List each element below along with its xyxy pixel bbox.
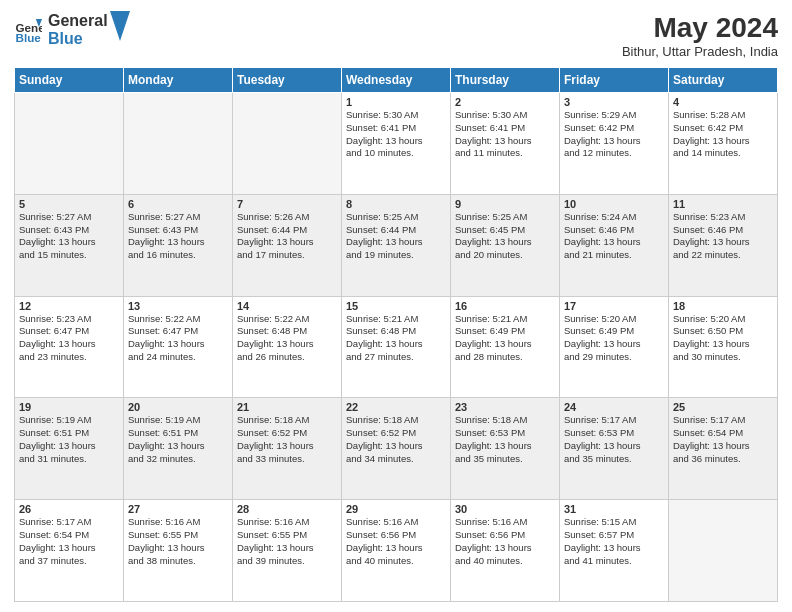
day-number: 2 xyxy=(455,96,555,108)
calendar-cell: 3Sunrise: 5:29 AM Sunset: 6:42 PM Daylig… xyxy=(560,93,669,195)
calendar-cell: 29Sunrise: 5:16 AM Sunset: 6:56 PM Dayli… xyxy=(342,500,451,602)
day-info: Sunrise: 5:24 AM Sunset: 6:46 PM Dayligh… xyxy=(564,211,664,262)
calendar-cell: 19Sunrise: 5:19 AM Sunset: 6:51 PM Dayli… xyxy=(15,398,124,500)
day-info: Sunrise: 5:23 AM Sunset: 6:47 PM Dayligh… xyxy=(19,313,119,364)
calendar-cell: 8Sunrise: 5:25 AM Sunset: 6:44 PM Daylig… xyxy=(342,194,451,296)
calendar-cell: 2Sunrise: 5:30 AM Sunset: 6:41 PM Daylig… xyxy=(451,93,560,195)
day-info: Sunrise: 5:23 AM Sunset: 6:46 PM Dayligh… xyxy=(673,211,773,262)
day-number: 18 xyxy=(673,300,773,312)
calendar-cell: 15Sunrise: 5:21 AM Sunset: 6:48 PM Dayli… xyxy=(342,296,451,398)
day-info: Sunrise: 5:19 AM Sunset: 6:51 PM Dayligh… xyxy=(19,414,119,465)
day-info: Sunrise: 5:26 AM Sunset: 6:44 PM Dayligh… xyxy=(237,211,337,262)
calendar-cell: 9Sunrise: 5:25 AM Sunset: 6:45 PM Daylig… xyxy=(451,194,560,296)
calendar-table: SundayMondayTuesdayWednesdayThursdayFrid… xyxy=(14,67,778,602)
day-info: Sunrise: 5:21 AM Sunset: 6:49 PM Dayligh… xyxy=(455,313,555,364)
day-number: 28 xyxy=(237,503,337,515)
day-number: 22 xyxy=(346,401,446,413)
calendar-cell: 13Sunrise: 5:22 AM Sunset: 6:47 PM Dayli… xyxy=(124,296,233,398)
calendar-cell xyxy=(15,93,124,195)
day-info: Sunrise: 5:20 AM Sunset: 6:50 PM Dayligh… xyxy=(673,313,773,364)
calendar-cell: 4Sunrise: 5:28 AM Sunset: 6:42 PM Daylig… xyxy=(669,93,778,195)
day-info: Sunrise: 5:21 AM Sunset: 6:48 PM Dayligh… xyxy=(346,313,446,364)
day-info: Sunrise: 5:17 AM Sunset: 6:53 PM Dayligh… xyxy=(564,414,664,465)
day-info: Sunrise: 5:29 AM Sunset: 6:42 PM Dayligh… xyxy=(564,109,664,160)
day-info: Sunrise: 5:27 AM Sunset: 6:43 PM Dayligh… xyxy=(19,211,119,262)
day-number: 24 xyxy=(564,401,664,413)
day-info: Sunrise: 5:17 AM Sunset: 6:54 PM Dayligh… xyxy=(19,516,119,567)
header: General Blue General Blue May 2024 Bithu… xyxy=(14,12,778,59)
day-number: 25 xyxy=(673,401,773,413)
page: General Blue General Blue May 2024 Bithu… xyxy=(0,0,792,612)
calendar-cell: 25Sunrise: 5:17 AM Sunset: 6:54 PM Dayli… xyxy=(669,398,778,500)
calendar-cell: 1Sunrise: 5:30 AM Sunset: 6:41 PM Daylig… xyxy=(342,93,451,195)
day-number: 14 xyxy=(237,300,337,312)
logo-triangle-icon xyxy=(110,11,130,41)
day-info: Sunrise: 5:27 AM Sunset: 6:43 PM Dayligh… xyxy=(128,211,228,262)
svg-marker-4 xyxy=(110,11,130,41)
logo: General Blue General Blue xyxy=(14,12,130,47)
day-header-friday: Friday xyxy=(560,68,669,93)
logo-blue: Blue xyxy=(48,30,108,48)
calendar-week-row: 5Sunrise: 5:27 AM Sunset: 6:43 PM Daylig… xyxy=(15,194,778,296)
day-info: Sunrise: 5:17 AM Sunset: 6:54 PM Dayligh… xyxy=(673,414,773,465)
day-number: 15 xyxy=(346,300,446,312)
day-info: Sunrise: 5:22 AM Sunset: 6:48 PM Dayligh… xyxy=(237,313,337,364)
day-number: 16 xyxy=(455,300,555,312)
day-info: Sunrise: 5:30 AM Sunset: 6:41 PM Dayligh… xyxy=(455,109,555,160)
month-year: May 2024 xyxy=(622,12,778,44)
day-header-wednesday: Wednesday xyxy=(342,68,451,93)
day-number: 4 xyxy=(673,96,773,108)
calendar-cell: 24Sunrise: 5:17 AM Sunset: 6:53 PM Dayli… xyxy=(560,398,669,500)
day-info: Sunrise: 5:18 AM Sunset: 6:52 PM Dayligh… xyxy=(346,414,446,465)
day-header-sunday: Sunday xyxy=(15,68,124,93)
day-number: 23 xyxy=(455,401,555,413)
day-info: Sunrise: 5:16 AM Sunset: 6:56 PM Dayligh… xyxy=(455,516,555,567)
calendar-cell: 5Sunrise: 5:27 AM Sunset: 6:43 PM Daylig… xyxy=(15,194,124,296)
day-header-thursday: Thursday xyxy=(451,68,560,93)
calendar-cell: 20Sunrise: 5:19 AM Sunset: 6:51 PM Dayli… xyxy=(124,398,233,500)
day-info: Sunrise: 5:18 AM Sunset: 6:52 PM Dayligh… xyxy=(237,414,337,465)
day-info: Sunrise: 5:16 AM Sunset: 6:55 PM Dayligh… xyxy=(237,516,337,567)
calendar-cell: 31Sunrise: 5:15 AM Sunset: 6:57 PM Dayli… xyxy=(560,500,669,602)
day-number: 10 xyxy=(564,198,664,210)
day-number: 31 xyxy=(564,503,664,515)
calendar-week-row: 12Sunrise: 5:23 AM Sunset: 6:47 PM Dayli… xyxy=(15,296,778,398)
day-number: 13 xyxy=(128,300,228,312)
location: Bithur, Uttar Pradesh, India xyxy=(622,44,778,59)
calendar-cell xyxy=(233,93,342,195)
calendar-week-row: 19Sunrise: 5:19 AM Sunset: 6:51 PM Dayli… xyxy=(15,398,778,500)
day-number: 3 xyxy=(564,96,664,108)
day-info: Sunrise: 5:25 AM Sunset: 6:44 PM Dayligh… xyxy=(346,211,446,262)
day-number: 19 xyxy=(19,401,119,413)
day-info: Sunrise: 5:28 AM Sunset: 6:42 PM Dayligh… xyxy=(673,109,773,160)
day-number: 8 xyxy=(346,198,446,210)
svg-text:Blue: Blue xyxy=(16,30,42,43)
day-info: Sunrise: 5:16 AM Sunset: 6:56 PM Dayligh… xyxy=(346,516,446,567)
calendar-cell: 16Sunrise: 5:21 AM Sunset: 6:49 PM Dayli… xyxy=(451,296,560,398)
logo-icon: General Blue xyxy=(14,16,42,44)
calendar-cell: 23Sunrise: 5:18 AM Sunset: 6:53 PM Dayli… xyxy=(451,398,560,500)
day-header-tuesday: Tuesday xyxy=(233,68,342,93)
day-number: 1 xyxy=(346,96,446,108)
day-number: 17 xyxy=(564,300,664,312)
calendar-cell: 11Sunrise: 5:23 AM Sunset: 6:46 PM Dayli… xyxy=(669,194,778,296)
calendar-cell: 7Sunrise: 5:26 AM Sunset: 6:44 PM Daylig… xyxy=(233,194,342,296)
title-block: May 2024 Bithur, Uttar Pradesh, India xyxy=(622,12,778,59)
day-number: 29 xyxy=(346,503,446,515)
day-number: 27 xyxy=(128,503,228,515)
day-info: Sunrise: 5:25 AM Sunset: 6:45 PM Dayligh… xyxy=(455,211,555,262)
day-number: 21 xyxy=(237,401,337,413)
day-info: Sunrise: 5:22 AM Sunset: 6:47 PM Dayligh… xyxy=(128,313,228,364)
day-header-saturday: Saturday xyxy=(669,68,778,93)
day-header-monday: Monday xyxy=(124,68,233,93)
day-info: Sunrise: 5:18 AM Sunset: 6:53 PM Dayligh… xyxy=(455,414,555,465)
calendar-cell: 22Sunrise: 5:18 AM Sunset: 6:52 PM Dayli… xyxy=(342,398,451,500)
day-number: 30 xyxy=(455,503,555,515)
calendar-cell xyxy=(124,93,233,195)
day-number: 26 xyxy=(19,503,119,515)
calendar-cell: 28Sunrise: 5:16 AM Sunset: 6:55 PM Dayli… xyxy=(233,500,342,602)
day-number: 7 xyxy=(237,198,337,210)
day-number: 6 xyxy=(128,198,228,210)
day-info: Sunrise: 5:30 AM Sunset: 6:41 PM Dayligh… xyxy=(346,109,446,160)
calendar-week-row: 1Sunrise: 5:30 AM Sunset: 6:41 PM Daylig… xyxy=(15,93,778,195)
